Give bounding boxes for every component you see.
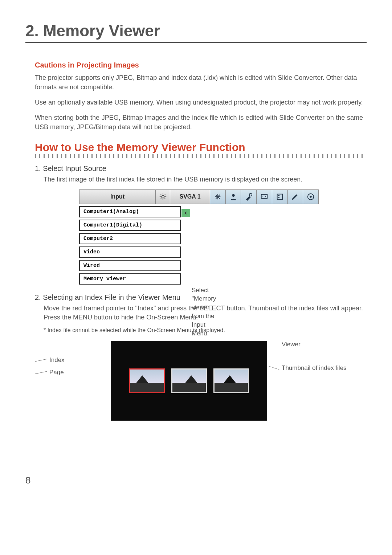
- gear-icon: [156, 190, 170, 204]
- thumbnail[interactable]: [213, 368, 249, 393]
- viewer-figure: Index Page Viewer Thumb: [35, 341, 363, 421]
- svg-point-5: [265, 196, 266, 197]
- cautions-heading: Cautions in Projecting Images: [35, 61, 363, 69]
- menu-title-cell: Input: [79, 190, 156, 204]
- nav-icon: [210, 190, 226, 204]
- cautions-para-2: Use an optionally available USB memory. …: [35, 98, 363, 107]
- menu-callout-line1: Select "Memory viewer": [192, 287, 216, 311]
- source-item[interactable]: Computer1(Analog): [79, 206, 181, 217]
- source-list: Computer1(Analog) Computer1(Digital) Com…: [79, 206, 181, 285]
- page-number: 8: [25, 475, 30, 486]
- menu-bar: Input SVGA 1: [79, 189, 319, 204]
- step1-desc: The first image of the first index file …: [35, 175, 363, 184]
- menu-callout: Select "Memory viewer" from the Input Me…: [192, 286, 216, 338]
- disc-icon: [303, 190, 318, 204]
- page-label: Page: [35, 366, 97, 379]
- pencil-icon: [288, 190, 303, 204]
- screen-icon: [257, 190, 272, 204]
- svg-point-1: [232, 194, 234, 196]
- svg-rect-3: [261, 194, 268, 198]
- svg-rect-8: [278, 197, 279, 198]
- source-item[interactable]: Computer1(Digital): [79, 220, 181, 231]
- index-label: Index: [35, 354, 97, 366]
- viewer-label: Viewer: [282, 341, 351, 348]
- svg-point-0: [162, 195, 164, 198]
- thumbnail[interactable]: [171, 368, 207, 393]
- svg-point-2: [249, 193, 252, 196]
- tools-icon: [241, 190, 257, 204]
- source-item[interactable]: Memory viewer: [79, 273, 181, 285]
- dotted-rule: [35, 154, 363, 158]
- source-item[interactable]: Computer2: [79, 233, 181, 244]
- howto-heading: How to Use the Memory Viewer Function: [35, 141, 363, 154]
- list-icon: [272, 190, 288, 204]
- thumbnail[interactable]: [129, 368, 165, 393]
- arrow-marker-icon: [181, 209, 190, 217]
- svg-rect-7: [278, 195, 279, 196]
- svg-point-4: [262, 196, 263, 197]
- source-item[interactable]: Wired: [79, 260, 181, 271]
- chapter-title: 2. Memory Viewer: [25, 22, 367, 43]
- person-icon: [226, 190, 241, 204]
- input-menu-figure: Input SVGA 1 Computer1(Analog) Computer1…: [79, 189, 319, 285]
- svg-rect-6: [277, 194, 282, 199]
- cautions-para-1: The projector supports only JPEG, Bitmap…: [35, 73, 363, 92]
- cautions-para-3: When storing both the JPEG, Bitmap image…: [35, 113, 363, 132]
- viewer-screen: [111, 341, 267, 421]
- source-item[interactable]: Video: [79, 246, 181, 258]
- step1-heading: 1. Select Input Source: [35, 164, 363, 173]
- mode-cell: SVGA 1: [170, 190, 210, 204]
- menu-callout-line2: from the Input Menu.: [192, 313, 214, 337]
- svg-point-10: [310, 196, 312, 198]
- thumbnail-label: Thumbnail of index files: [282, 364, 351, 372]
